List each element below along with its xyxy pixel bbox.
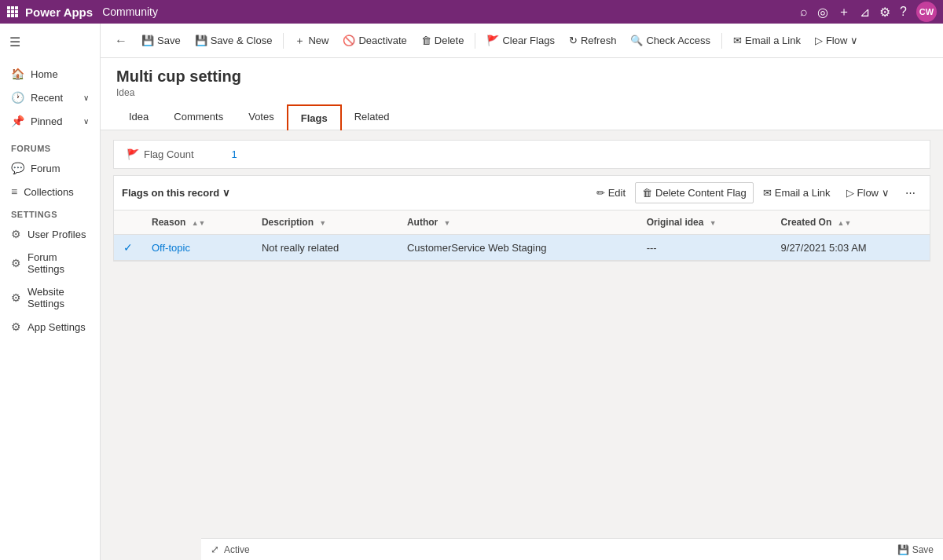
grid-icon[interactable]: [6, 5, 19, 18]
sidebar-item-pinned[interactable]: 📌 Pinned ∨: [0, 109, 100, 133]
flow-sub-button[interactable]: ▷ Flow ∨: [840, 183, 896, 203]
new-button[interactable]: ＋ New: [288, 29, 335, 53]
check-access-button[interactable]: 🔍 Check Access: [624, 30, 717, 51]
th-author[interactable]: Author ▼: [398, 210, 637, 235]
sidebar-item-forum[interactable]: 💬 Forum: [0, 156, 100, 180]
tab-related[interactable]: Related: [342, 104, 402, 130]
sidebar-hamburger[interactable]: ☰: [0, 27, 100, 57]
back-button[interactable]: ←: [108, 29, 134, 53]
flags-title-expand-icon[interactable]: ∨: [222, 187, 230, 199]
delete-flag-icon: 🗑: [642, 187, 652, 199]
edit-icon: ✏: [596, 187, 605, 199]
flags-table-body: ✓ Off-topic Not really related CustomerS…: [114, 235, 930, 261]
sidebar-item-user-profiles[interactable]: ⚙ User Profiles: [0, 222, 100, 246]
sidebar-item-app-settings[interactable]: ⚙ App Settings: [0, 315, 100, 339]
favorite-icon[interactable]: ◎: [817, 5, 828, 20]
email-link-sub-button[interactable]: ✉ Email a Link: [757, 183, 837, 203]
tab-comments[interactable]: Comments: [161, 104, 236, 130]
more-options-button[interactable]: ⋯: [899, 183, 922, 203]
sidebar-item-label: User Profiles: [28, 229, 86, 240]
svg-rect-3: [7, 10, 10, 13]
email-link-button[interactable]: ✉ Email a Link: [727, 30, 807, 51]
svg-rect-5: [15, 10, 18, 13]
sidebar-item-label: Forum: [31, 163, 61, 174]
sidebar-item-label: Home: [31, 68, 58, 80]
sidebar-item-website-settings[interactable]: ⚙ Website Settings: [0, 280, 100, 315]
record-type: Idea: [116, 87, 927, 98]
collections-icon: ≡: [11, 185, 17, 198]
clear-flags-label: Clear Flags: [502, 35, 554, 46]
email-link-icon: ✉: [733, 35, 742, 46]
flags-table: Reason ▲▼ Description ▼ Author ▼: [114, 210, 930, 261]
save-label: Save: [157, 35, 181, 46]
filter-icon[interactable]: ⊿: [860, 5, 870, 20]
separator: [475, 33, 475, 49]
sidebar-item-home[interactable]: 🏠 Home: [0, 62, 100, 86]
delete-content-flag-button[interactable]: 🗑 Delete Content Flag: [635, 182, 754, 203]
row-created-on: 9/27/2021 5:03 AM: [772, 235, 930, 261]
sort-icon: ▼: [319, 219, 326, 227]
add-icon[interactable]: ＋: [838, 4, 850, 20]
svg-rect-6: [7, 14, 10, 17]
recent-icon: 🕐: [11, 91, 24, 104]
more-options-icon: ⋯: [905, 187, 915, 199]
settings-icon[interactable]: ⚙: [879, 5, 890, 20]
deactivate-icon: 🚫: [343, 35, 355, 46]
th-original-idea[interactable]: Original idea ▼: [637, 210, 772, 235]
delete-button[interactable]: 🗑 Delete: [415, 30, 471, 51]
sort-icon: ▲▼: [838, 219, 852, 227]
sort-icon: ▼: [444, 219, 451, 227]
tab-flags[interactable]: Flags: [287, 104, 342, 130]
home-icon: 🏠: [11, 68, 24, 80]
svg-rect-8: [15, 14, 18, 17]
th-reason[interactable]: Reason ▲▼: [142, 210, 252, 235]
flow-label: Flow: [826, 35, 847, 46]
sidebar-item-label: Recent: [31, 92, 63, 104]
reason-link[interactable]: Off-topic: [152, 242, 190, 254]
flag-count-value: 1: [232, 148, 237, 160]
tab-idea[interactable]: Idea: [116, 104, 161, 130]
save-close-label: Save & Close: [211, 35, 273, 46]
edit-button[interactable]: ✏ Edit: [590, 183, 632, 203]
delete-label: Delete: [435, 35, 464, 46]
flow-expand-icon: ∨: [850, 35, 858, 46]
sidebar-item-recent[interactable]: 🕐 Recent ∨: [0, 86, 100, 109]
refresh-label: Refresh: [581, 35, 617, 46]
chevron-down-icon: ∨: [83, 117, 89, 126]
flag-count-card: 🚩 Flag Count 1: [113, 140, 930, 169]
sidebar-item-label: App Settings: [28, 321, 86, 333]
command-bar: ← 💾 Save 💾 Save & Close ＋ New 🚫 Deactiva…: [101, 24, 943, 58]
sidebar-item-forum-settings[interactable]: ⚙ Forum Settings: [0, 246, 100, 280]
clear-flags-button[interactable]: 🚩 Clear Flags: [480, 30, 560, 51]
table-row[interactable]: ✓ Off-topic Not really related CustomerS…: [114, 235, 930, 261]
save-button[interactable]: 💾 Save: [135, 30, 187, 51]
tab-votes[interactable]: Votes: [236, 104, 287, 130]
row-check[interactable]: ✓: [114, 235, 142, 261]
svg-rect-1: [11, 6, 14, 9]
svg-rect-2: [15, 6, 18, 9]
sidebar-group-forums: Forums: [0, 137, 100, 156]
svg-rect-0: [7, 6, 10, 9]
checkmark-icon: ✓: [123, 241, 133, 254]
row-description: Not really related: [252, 235, 398, 261]
save-close-icon: 💾: [195, 35, 207, 46]
status-save-label[interactable]: Save: [912, 544, 934, 555]
save-close-button[interactable]: 💾 Save & Close: [189, 30, 279, 51]
sort-icon: ▲▼: [192, 219, 206, 227]
avatar[interactable]: CW: [916, 2, 937, 22]
sidebar-item-collections[interactable]: ≡ Collections: [0, 180, 100, 203]
flow-button[interactable]: ▷ Flow ∨: [809, 30, 864, 51]
help-icon[interactable]: ?: [900, 5, 907, 19]
expand-icon[interactable]: ⤢: [211, 544, 219, 555]
refresh-button[interactable]: ↻ Refresh: [563, 30, 623, 51]
refresh-icon: ↻: [569, 35, 578, 46]
new-label: New: [308, 35, 328, 46]
deactivate-button[interactable]: 🚫 Deactivate: [336, 30, 413, 51]
app-settings-icon: ⚙: [11, 320, 21, 333]
th-created-on[interactable]: Created On ▲▼: [772, 210, 930, 235]
search-icon[interactable]: ⌕: [800, 5, 808, 19]
th-description[interactable]: Description ▼: [252, 210, 398, 235]
status-bar-right: 💾 Save: [897, 544, 934, 555]
svg-rect-7: [11, 14, 14, 17]
main-layout: ☰ 🏠 Home 🕐 Recent ∨ 📌 Pinned ∨ Forums 💬 …: [0, 24, 943, 560]
